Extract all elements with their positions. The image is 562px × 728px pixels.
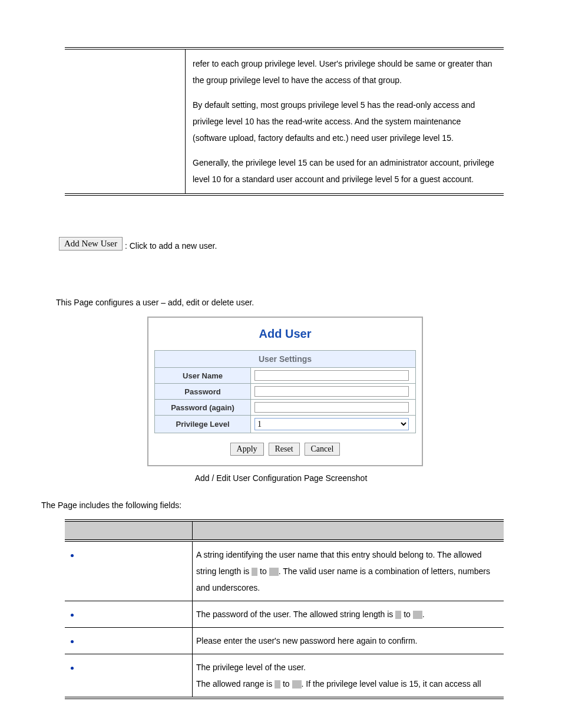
range-min-placeholder: [275, 680, 280, 689]
fields-header-object: [65, 521, 193, 541]
privilege-description-table: refer to each group privilege level. Use…: [65, 47, 504, 196]
password-desc-b: to: [401, 610, 412, 619]
privlevel-desc-a: The allowed range is: [196, 679, 275, 689]
password-input[interactable]: [254, 386, 409, 397]
table-row: A string identifying the user name that …: [65, 541, 504, 601]
password-desc-a: The password of the user. The allowed st…: [196, 610, 395, 619]
table-row: The privilege level of the user. The all…: [65, 654, 504, 699]
priv-paragraph-3: Generally, the privilege level 15 can be…: [193, 154, 497, 187]
table-row: Please enter the user's new password her…: [65, 628, 504, 654]
add-user-title: Add User: [154, 327, 416, 341]
bullet-icon: [71, 614, 74, 617]
username-desc-b: to: [257, 566, 269, 576]
password-again-input[interactable]: [254, 402, 409, 413]
password-desc-c: .: [422, 610, 425, 619]
bullet-icon: [71, 640, 74, 643]
password-again-label: Password (again): [155, 400, 251, 416]
privlevel-desc-line1: The privilege level of the user.: [196, 659, 500, 676]
fields-table: A string identifying the user name that …: [65, 519, 504, 699]
fields-intro: The Page includes the following fields:: [41, 500, 509, 510]
user-settings-header: User Settings: [155, 351, 416, 368]
privilege-level-select[interactable]: 1: [254, 418, 409, 430]
privilege-label-cell: [65, 48, 186, 195]
privlevel-desc-c: . If the privilege level value is 15, it…: [302, 679, 481, 689]
privlevel-desc-b: to: [280, 679, 292, 689]
add-user-form: Add User User Settings User Name Passwor…: [147, 317, 423, 466]
range-min-placeholder: [395, 611, 401, 619]
priv-paragraph-1: refer to each group privilege level. Use…: [193, 55, 497, 88]
username-input[interactable]: [254, 370, 409, 381]
add-new-user-desc: : Click to add a new user.: [125, 241, 217, 251]
password-again-desc: Please enter the user's new password her…: [196, 636, 417, 645]
add-new-user-button[interactable]: Add New User: [59, 237, 123, 251]
range-max-placeholder: [269, 568, 279, 576]
fields-header-description: [193, 521, 504, 541]
screenshot-caption: Add / Edit User Configuration Page Scree…: [53, 473, 509, 483]
bullet-icon: [71, 667, 74, 670]
range-max-placeholder: [413, 611, 422, 619]
privilege-level-label: Privilege Level: [155, 416, 251, 433]
page-config-description: This Page configures a user – add, edit …: [56, 298, 509, 307]
apply-button[interactable]: Apply: [230, 443, 264, 456]
table-row: The password of the user. The allowed st…: [65, 601, 504, 628]
cancel-button[interactable]: Cancel: [305, 443, 340, 456]
user-settings-table: User Settings User Name Password Passwor…: [154, 350, 416, 433]
reset-button[interactable]: Reset: [269, 443, 300, 456]
username-label: User Name: [155, 368, 251, 384]
range-max-placeholder: [292, 680, 302, 689]
bullet-icon: [71, 554, 74, 557]
priv-paragraph-2: By default setting, most groups privileg…: [193, 97, 497, 146]
range-min-placeholder: [252, 568, 257, 576]
password-label: Password: [155, 384, 251, 400]
privilege-description-cell: refer to each group privilege level. Use…: [186, 48, 504, 195]
